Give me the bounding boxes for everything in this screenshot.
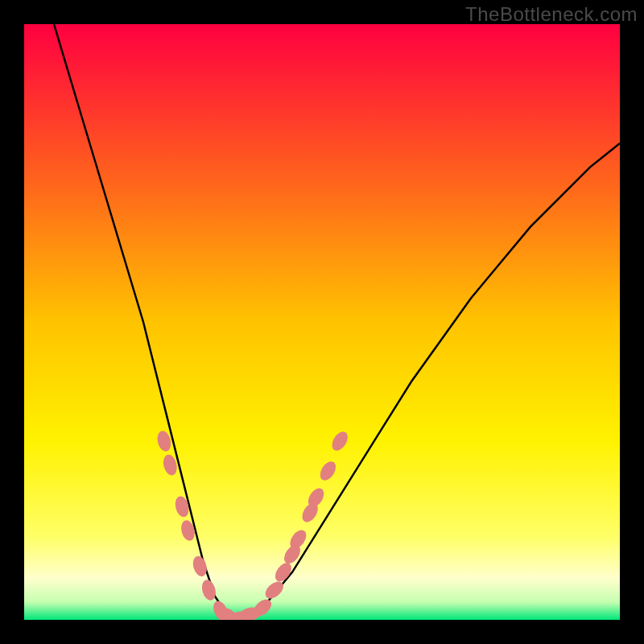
watermark-text: TheBottleneck.com xyxy=(465,3,638,26)
chart-frame: TheBottleneck.com xyxy=(0,0,644,644)
chart-svg xyxy=(24,24,620,620)
plot-background xyxy=(24,24,620,620)
